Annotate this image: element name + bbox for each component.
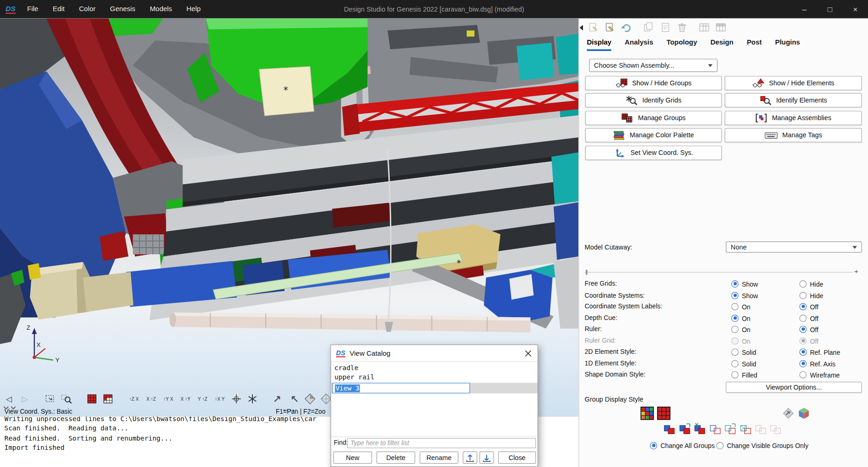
- radio-option[interactable]: [731, 326, 739, 333]
- new-sketch-icon[interactable]: [587, 21, 600, 34]
- menu-color[interactable]: Color: [72, 0, 103, 18]
- manage-tags-button[interactable]: Manage Tags: [725, 128, 862, 142]
- view-orientation-button[interactable]: X ↑Y: [178, 396, 193, 402]
- maximize-button[interactable]: □: [817, 0, 843, 18]
- show-hide-groups-button[interactable]: Show / Hide Groups: [585, 76, 722, 90]
- view-orientation-button[interactable]: Y ↑Z: [196, 396, 210, 402]
- edit-sketch-icon[interactable]: [603, 21, 617, 34]
- view-orientation-button[interactable]: ↑Z X: [127, 396, 141, 402]
- rotate-view-alt-icon[interactable]: [287, 392, 301, 406]
- zoom-window-icon[interactable]: [44, 392, 57, 406]
- manage-groups-button[interactable]: Manage Groups: [585, 111, 722, 125]
- reset-style-icon[interactable]: [782, 407, 795, 420]
- hide-groups-quick-icon[interactable]: [101, 392, 115, 406]
- tab-analysis[interactable]: Analysis: [625, 38, 653, 51]
- list-item[interactable]: upper rail: [331, 373, 538, 382]
- radio-option[interactable]: [799, 348, 807, 356]
- view-orientation-button[interactable]: ↑Y X: [161, 396, 176, 402]
- dialog-close-icon[interactable]: [519, 345, 538, 362]
- show-hide-elements-button[interactable]: Show / Hide Elements: [725, 76, 862, 90]
- previous-view-button[interactable]: ◁: [2, 392, 16, 406]
- rotate-view-icon[interactable]: [271, 392, 285, 406]
- next-view-button[interactable]: ▷: [18, 392, 32, 406]
- group-style-wire-both-icon[interactable]: [740, 422, 753, 435]
- radio-option[interactable]: [731, 303, 739, 310]
- view-orientation-button[interactable]: X ↑Z: [144, 396, 158, 402]
- snap-point-icon[interactable]: [230, 392, 243, 406]
- delete-icon[interactable]: [675, 21, 689, 34]
- screen-star-icon[interactable]: [246, 392, 259, 406]
- radio-option[interactable]: [799, 360, 807, 367]
- radio-option[interactable]: [799, 371, 807, 378]
- close-dialog-button[interactable]: Close: [498, 452, 536, 464]
- single-color-group-icon[interactable]: [657, 406, 671, 421]
- view-name-edit-input[interactable]: View 3: [332, 383, 470, 393]
- radio-option[interactable]: [799, 303, 807, 310]
- assembly-dropdown[interactable]: Choose Shown Assembly...: [589, 59, 717, 72]
- list-item[interactable]: cradle: [331, 364, 538, 373]
- model-cutaway-dropdown[interactable]: None: [726, 242, 862, 253]
- radio-option[interactable]: [799, 280, 807, 288]
- group-style-faded-alt-icon[interactable]: [769, 422, 783, 435]
- tab-display[interactable]: Display: [587, 38, 611, 51]
- set-view-coord-sys-button[interactable]: Set View Coord. Sys.: [585, 146, 722, 160]
- manage-color-palette-button[interactable]: Manage Color Palette: [585, 128, 722, 142]
- group-style-solid-icon[interactable]: [663, 422, 677, 435]
- menu-genesis[interactable]: Genesis: [103, 0, 143, 18]
- view-orientation-button[interactable]: ↑X Y: [213, 396, 227, 402]
- menu-edit[interactable]: Edit: [45, 0, 72, 18]
- delete-button[interactable]: Delete: [376, 452, 415, 464]
- menu-file[interactable]: File: [20, 0, 45, 18]
- iso-view-icon[interactable]: [304, 392, 317, 406]
- radio-change-visible-groups[interactable]: [716, 442, 724, 449]
- rename-button[interactable]: Rename: [420, 452, 459, 464]
- viewport-options-button[interactable]: Viewport Options...: [726, 382, 862, 393]
- identify-grids-button[interactable]: Identify Grids: [585, 93, 722, 108]
- radio-option[interactable]: [799, 292, 807, 299]
- new-button[interactable]: New: [333, 452, 372, 464]
- menu-help[interactable]: Help: [179, 0, 208, 18]
- view-list[interactable]: cradle upper rail View 3: [331, 362, 538, 437]
- collapse-panel-icon[interactable]: [580, 25, 583, 31]
- dialog-titlebar[interactable]: DS View Catalog: [331, 345, 538, 362]
- export-view-button[interactable]: [480, 452, 494, 464]
- menu-models[interactable]: Models: [143, 0, 179, 18]
- paste-icon[interactable]: [659, 21, 672, 34]
- filter-input[interactable]: [347, 438, 536, 448]
- copy-icon[interactable]: [642, 21, 656, 34]
- close-button[interactable]: ×: [843, 0, 868, 18]
- tab-topology[interactable]: Topology: [666, 38, 697, 51]
- sync-icon[interactable]: [620, 21, 634, 34]
- radio-option[interactable]: [731, 280, 739, 288]
- cutaway-slider[interactable]: [584, 272, 852, 273]
- radio-option[interactable]: [731, 360, 739, 367]
- cutaway-slider-thumb[interactable]: [586, 270, 588, 275]
- zoom-region-icon[interactable]: [60, 392, 73, 406]
- group-style-wire-arrow-icon[interactable]: [724, 422, 738, 435]
- identify-elements-button[interactable]: Identify Elements: [725, 93, 862, 108]
- radio-option[interactable]: [799, 326, 807, 333]
- radio-option[interactable]: [731, 371, 739, 378]
- show-groups-quick-icon[interactable]: [85, 392, 99, 406]
- minimize-button[interactable]: –: [792, 0, 817, 18]
- radio-label: On: [742, 314, 751, 322]
- table-alt-icon[interactable]: [714, 21, 728, 34]
- group-style-wire-icon[interactable]: [709, 422, 722, 435]
- radio-option[interactable]: [799, 314, 807, 322]
- table-icon[interactable]: [697, 21, 711, 34]
- color-by-group-icon[interactable]: [640, 406, 654, 421]
- radio-option[interactable]: [731, 348, 739, 356]
- group-style-solid-both-icon[interactable]: [694, 422, 707, 435]
- manage-assemblies-button[interactable]: Manage Assemblies: [725, 111, 862, 125]
- radio-option[interactable]: [731, 314, 739, 322]
- selected-list-row[interactable]: View 3: [331, 383, 538, 393]
- tab-plugins[interactable]: Plugins: [775, 38, 800, 51]
- radio-change-all-groups[interactable]: [650, 442, 657, 449]
- radio-option[interactable]: [731, 292, 739, 299]
- group-style-solid-arrow-icon[interactable]: [679, 422, 692, 435]
- group-style-faded-icon[interactable]: [754, 422, 768, 435]
- tab-post[interactable]: Post: [747, 38, 761, 51]
- import-view-button[interactable]: [463, 452, 477, 464]
- color-by-part-icon[interactable]: [797, 407, 811, 420]
- tab-design[interactable]: Design: [710, 38, 734, 51]
